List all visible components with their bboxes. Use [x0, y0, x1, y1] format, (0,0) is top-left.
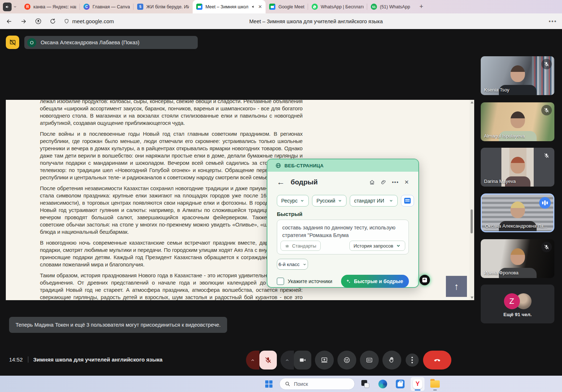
document-scrollbar[interactable]: [469, 100, 474, 300]
mic-muted-icon: [541, 59, 552, 69]
tab-canva[interactable]: C Главная — Canva: [80, 0, 134, 13]
scroll-down-arrow[interactable]: [471, 297, 473, 299]
chevron-down-icon[interactable]: [13, 5, 17, 9]
sparkles-icon: [345, 278, 351, 284]
standards-label: Стандарты: [292, 243, 316, 249]
search-placeholder: Поиск: [294, 381, 308, 387]
tab-close-icon[interactable]: ✕: [258, 4, 262, 9]
up-arrow-icon: ↑: [454, 281, 459, 292]
tab-slides[interactable]: 5 ЖИ білім беруде. ИИ в об: [134, 0, 193, 13]
browser-menu-button[interactable]: •••: [549, 13, 557, 29]
history-button[interactable]: История запросов: [349, 241, 406, 251]
tab-google-meet[interactable]: Google Meet: [266, 0, 308, 13]
taskbar-search[interactable]: Поиск: [279, 378, 355, 390]
doc-paragraph: После обретения независимости Казахстан …: [40, 185, 303, 236]
standards-button[interactable]: Стандарты: [280, 241, 321, 251]
doc-paragraph: Таким образом, история празднования Ново…: [40, 272, 303, 300]
folder-icon: [430, 380, 440, 388]
paperclip-icon[interactable]: [381, 179, 386, 185]
extension-open-button[interactable]: [419, 275, 430, 285]
submit-button[interactable]: Быстрые и бодрые: [341, 275, 409, 288]
tab-title: WhatsApp | Бесплатный з: [321, 4, 364, 9]
scroll-up-arrow[interactable]: [471, 101, 473, 103]
chevron-down-icon: [389, 199, 393, 203]
back-arrow-button[interactable]: ←: [277, 178, 285, 186]
tab-title: канва — Яндекс: нашлась: [33, 4, 76, 9]
tab-audio-icon: [251, 5, 255, 9]
tab-title: ЖИ білім беруде. ИИ в об: [146, 4, 189, 9]
sources-checkbox[interactable]: [277, 278, 284, 285]
reload-button[interactable]: [46, 16, 59, 27]
file-explorer-button[interactable]: [428, 377, 442, 391]
end-call-button[interactable]: [423, 351, 451, 369]
yandex-services-button[interactable]: [32, 16, 44, 27]
open-app-indicator: [433, 389, 437, 391]
join-notification-toast: Теперь Мадина Токен и ещё 3 пользователя…: [9, 317, 227, 333]
avatar: Z: [504, 293, 520, 309]
language-dropdown[interactable]: Русский: [312, 195, 346, 207]
participant-tile-overflow[interactable]: Z Ещё 91 чел.: [481, 285, 554, 323]
yandex-favicon: Я: [24, 4, 30, 10]
store-button[interactable]: [393, 377, 407, 391]
popup-more-button[interactable]: •••: [392, 179, 399, 185]
url-field[interactable]: meet.google.com: [64, 18, 114, 24]
speaking-indicator-icon: [539, 197, 551, 209]
mic-options-button[interactable]: [246, 351, 259, 369]
edge-icon: [378, 380, 387, 388]
document-mode-button[interactable]: [401, 195, 414, 207]
home-icon[interactable]: [369, 179, 375, 185]
participant-tile-ksenia[interactable]: Ksenia Tsoy: [481, 56, 554, 95]
presentation-warning-button[interactable]: [6, 36, 19, 49]
mic-muted-icon: [541, 242, 552, 252]
new-tab-button[interactable]: +: [417, 2, 426, 12]
browser-tab-bar: Я канва — Яндекс: нашлась C Главная — Ca…: [0, 0, 562, 13]
raise-hand-button[interactable]: [382, 351, 401, 369]
scroll-to-top-button[interactable]: ↑: [446, 276, 467, 297]
chevron-up-icon: [250, 358, 255, 363]
participant-tile-darina[interactable]: Darina Mayeva: [481, 148, 554, 187]
present-button[interactable]: [315, 351, 334, 369]
yandex-browser-button[interactable]: Y: [411, 377, 424, 391]
more-options-button[interactable]: [406, 354, 419, 367]
tab-meet-active[interactable]: Meet – Зимняя школ ✕: [193, 0, 266, 13]
prompt-input[interactable]: составь задания по данному тесту, исполь…: [277, 220, 409, 254]
tab-yandex-search[interactable]: Я канва — Яндекс: нашлась: [21, 0, 80, 13]
doc-paragraph: В новогоднюю ночь современные казахстанс…: [40, 239, 303, 268]
back-button[interactable]: [3, 16, 15, 27]
ai-model-dropdown[interactable]: стандарт ИИ: [350, 195, 398, 207]
whatsapp-favicon: [312, 4, 318, 10]
tab-whatsapp-web[interactable]: WhatsApp | Бесплатный з: [308, 0, 367, 13]
forward-button[interactable]: [17, 16, 30, 27]
start-button[interactable]: [262, 377, 276, 391]
camera-toggle-button[interactable]: [294, 351, 311, 369]
meet-favicon: [196, 4, 202, 10]
overflow-count-label: Ещё 91 чел.: [481, 312, 554, 317]
participant-tile-oksana-speaking[interactable]: Оксана Александровна Ла...: [481, 193, 554, 232]
globe-icon: [275, 163, 281, 168]
resource-dropdown[interactable]: Ресурс: [277, 195, 309, 207]
scrollbar-thumb[interactable]: [471, 209, 473, 233]
reactions-button[interactable]: [337, 351, 356, 369]
meet-controls: [246, 351, 451, 369]
doc-paragraph: лежал изобилие продуктов: колбасы, сыры,…: [40, 100, 303, 127]
grade-dropdown[interactable]: 6-й класс: [277, 259, 308, 270]
task-view-icon: [361, 380, 369, 388]
screen: Я канва — Яндекс: нашлась C Главная — Ca…: [0, 0, 562, 392]
present-screen-icon: [321, 356, 328, 364]
participant-tile-irina[interactable]: Ирина Фролова: [481, 239, 554, 278]
captions-button[interactable]: [360, 351, 379, 369]
edge-button[interactable]: [376, 377, 390, 391]
overflow-avatars: Z: [504, 293, 532, 309]
camera-options-button[interactable]: [280, 351, 294, 369]
prompt-text: составь задания по данному тесту, исполь…: [282, 224, 403, 239]
participant-tile-almagul[interactable]: Almagul Ispulayeva: [481, 102, 554, 141]
tab-title: Главная — Canva: [93, 4, 130, 9]
task-view-button[interactable]: [358, 377, 372, 391]
camera-icon: [299, 356, 306, 364]
mic-mute-button[interactable]: [259, 351, 277, 369]
presenter-pill[interactable]: О Оксана Александровна Лабаева (Показ): [24, 36, 198, 49]
popup-close-button[interactable]: ✕: [404, 179, 409, 185]
grade-label: 6-й класс: [278, 262, 299, 267]
tab-whatsapp-count[interactable]: 51 (51) WhatsApp: [367, 0, 414, 13]
global-mute-button[interactable]: [3, 3, 12, 11]
